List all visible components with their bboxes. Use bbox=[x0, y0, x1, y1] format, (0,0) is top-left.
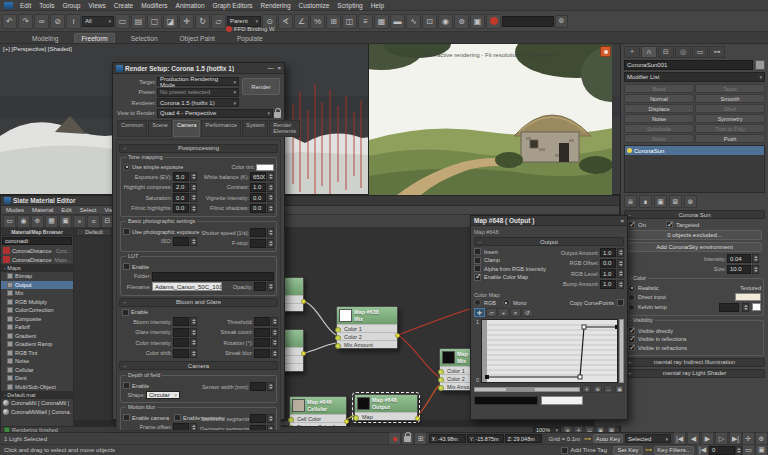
sme-menu-item[interactable]: Edit bbox=[61, 207, 71, 213]
select-by-name-icon[interactable]: ▤ bbox=[131, 14, 146, 29]
tone-spinner[interactable] bbox=[267, 172, 274, 181]
object-name-field[interactable]: CoronaSun001 bbox=[624, 60, 753, 70]
output-checkbox[interactable] bbox=[474, 248, 481, 255]
map-list-item[interactable]: RGB Tint bbox=[1, 349, 73, 358]
close-icon[interactable]: × bbox=[277, 65, 281, 71]
map-list-item[interactable]: Noise bbox=[1, 357, 73, 366]
add-time-tag-label[interactable]: Add Time Tag bbox=[570, 447, 607, 453]
map-list-item[interactable]: Cellular bbox=[1, 366, 73, 375]
render-setup-titlebar[interactable]: Render Setup: Corona 1.5 (hotfix 1) —× bbox=[113, 63, 284, 74]
bloom-field[interactable] bbox=[173, 328, 189, 337]
visibility-checkbox[interactable] bbox=[628, 344, 635, 351]
iso-spinner[interactable] bbox=[190, 237, 197, 246]
bloom-glare-rollout[interactable]: Bloom and Glare bbox=[119, 298, 278, 307]
map-list-item[interactable]: Gradient bbox=[1, 332, 73, 341]
time-tag-checkbox[interactable] bbox=[561, 447, 568, 454]
move-children-icon[interactable]: ≡ bbox=[87, 215, 100, 228]
object-color-swatch[interactable] bbox=[755, 60, 765, 70]
configure-modifier-sets-icon[interactable]: ⊛ bbox=[684, 195, 697, 208]
intensity-field[interactable]: 0.04 bbox=[727, 254, 751, 263]
lut-folder-field[interactable] bbox=[152, 272, 274, 281]
menu-item[interactable]: Group bbox=[62, 2, 80, 9]
isolate-selection-icon[interactable]: ⊚ bbox=[555, 15, 568, 28]
preset-dropdown[interactable]: No preset selected bbox=[157, 88, 239, 97]
bloom-field[interactable] bbox=[254, 317, 270, 326]
postprocessing-rollout[interactable]: Postprocessing bbox=[119, 144, 278, 153]
add-coronasky-button[interactable]: Add CoronaSky environment bbox=[627, 242, 762, 252]
ribbon-tab[interactable]: Selection bbox=[125, 34, 164, 43]
lock-view-icon[interactable] bbox=[274, 112, 281, 118]
render-setup-tab[interactable]: Scene bbox=[148, 120, 172, 137]
output-value-field[interactable]: 1.0 bbox=[600, 269, 616, 278]
node-input-slot[interactable]: Color 1 bbox=[337, 324, 397, 332]
node-output-socket[interactable] bbox=[301, 351, 306, 356]
output-value-spinner[interactable] bbox=[617, 259, 624, 268]
sensor-width-spinner[interactable] bbox=[267, 382, 274, 391]
curve-hscroll[interactable] bbox=[474, 387, 580, 392]
simple-exposure-radio[interactable] bbox=[123, 164, 130, 171]
select-and-link-icon[interactable]: ∞ bbox=[34, 14, 49, 29]
delete-point-icon[interactable]: × bbox=[510, 308, 521, 317]
motion-tab-icon[interactable]: ◎ bbox=[675, 46, 691, 58]
bloom-field[interactable] bbox=[254, 338, 270, 347]
lut-opacity-field[interactable] bbox=[254, 282, 266, 291]
output-value-field[interactable]: 0.0 bbox=[600, 259, 616, 268]
close-icon[interactable]: × bbox=[620, 218, 624, 224]
bloom-field[interactable] bbox=[254, 328, 270, 337]
bloom-spinner[interactable] bbox=[190, 338, 197, 347]
ribbon-tab[interactable]: Object Paint bbox=[174, 34, 221, 43]
node-input-slot[interactable]: Division Color 1 bbox=[290, 422, 346, 426]
create-tab-icon[interactable]: + bbox=[624, 46, 640, 58]
node-input-slot[interactable]: Map bbox=[355, 412, 417, 420]
transform-segments-field[interactable] bbox=[250, 414, 266, 423]
point-y-field[interactable] bbox=[541, 396, 583, 405]
transform-segments-spinner[interactable] bbox=[267, 414, 274, 423]
tone-value-field[interactable]: 1.0 bbox=[250, 183, 266, 192]
mb-enable-camera-checkbox[interactable] bbox=[123, 414, 130, 421]
node-input-slot[interactable]: Mix Amount bbox=[337, 340, 397, 348]
browser-result-row[interactable]: CoronaDistanceMaps... bbox=[1, 255, 73, 264]
render-setup-tab[interactable]: Camera bbox=[173, 120, 201, 137]
map-list-item[interactable]: Output bbox=[1, 281, 73, 290]
tone-spinner[interactable] bbox=[190, 172, 197, 181]
mb-enable-geometry-checkbox[interactable] bbox=[174, 414, 181, 421]
frame-offset-spinner[interactable] bbox=[190, 423, 197, 431]
go-to-previous-key-icon[interactable]: |◀ bbox=[696, 444, 709, 455]
map-list-item[interactable]: Multi/Sub-Object bbox=[1, 383, 73, 392]
bloom-enable-checkbox[interactable] bbox=[122, 309, 129, 316]
browser-result-row[interactable]: CoronaDistanceCoro... bbox=[1, 246, 73, 255]
modifier-button[interactable]: Subdivide bbox=[624, 124, 694, 133]
menu-item[interactable]: Animation bbox=[176, 2, 205, 9]
sme-menu-item[interactable]: Select bbox=[80, 207, 97, 213]
modifier-list-dropdown[interactable]: Modifier List bbox=[624, 72, 765, 82]
modifier-stack[interactable]: CoronaSun bbox=[624, 145, 765, 193]
redo-icon[interactable]: ↷ bbox=[18, 14, 33, 29]
library-item[interactable]: CoronaMtl [ CoronaMtl ] bbox=[1, 399, 73, 408]
node-input-slot[interactable]: Cell Color bbox=[290, 414, 346, 422]
modifier-button[interactable]: Relax bbox=[624, 134, 694, 143]
key-filters-button[interactable]: Key Filters... bbox=[654, 446, 694, 455]
map-list-item[interactable]: Bitmap bbox=[1, 272, 73, 281]
modifier-button[interactable]: Turn to Poly bbox=[695, 124, 765, 133]
modifier-button[interactable]: Shell bbox=[695, 104, 765, 113]
select-and-scale-icon[interactable]: ▱ bbox=[211, 14, 226, 29]
render-setup-tab[interactable]: Common bbox=[117, 120, 147, 137]
tone-spinner[interactable] bbox=[267, 204, 274, 213]
node-output-socket[interactable] bbox=[395, 333, 400, 338]
kelvin-field[interactable] bbox=[719, 303, 739, 312]
material-editor-icon[interactable]: ◉ bbox=[438, 14, 453, 29]
tone-spinner[interactable] bbox=[190, 183, 197, 192]
minimize-icon[interactable]: — bbox=[267, 65, 273, 71]
zoom-region-icon[interactable]: ▭ bbox=[742, 444, 755, 455]
output-value-field[interactable]: 1.0 bbox=[600, 280, 616, 289]
tone-value-field[interactable]: 0.0 bbox=[173, 204, 189, 213]
size-spinner[interactable] bbox=[752, 265, 759, 274]
copy-curvepoints-checkbox[interactable] bbox=[617, 299, 624, 306]
bloom-spinner[interactable] bbox=[190, 328, 197, 337]
bloom-spinner[interactable] bbox=[271, 317, 278, 326]
menu-item[interactable]: Create bbox=[114, 2, 134, 9]
visibility-checkbox[interactable] bbox=[628, 327, 635, 334]
excluded-objects-button[interactable]: 0 objects excluded... bbox=[627, 230, 762, 240]
unlink-selection-icon[interactable]: ⊘ bbox=[50, 14, 65, 29]
map-list-item[interactable]: Falloff bbox=[1, 323, 73, 332]
